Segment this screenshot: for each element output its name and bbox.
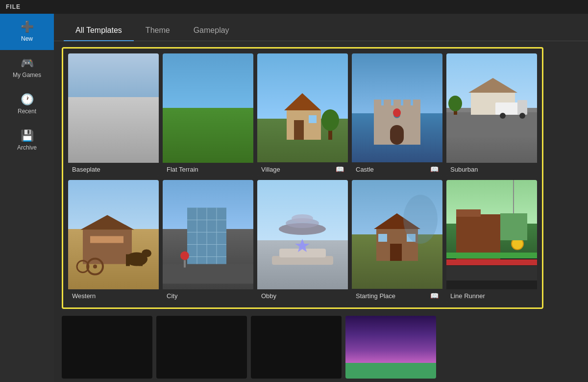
controller-icon: 🎮 [21,58,34,69]
svg-rect-2 [294,120,304,140]
template-label-baseplate: Baseplate [68,163,159,176]
templates-grid: Baseplate Flat Terrain [68,53,537,303]
file-label: FILE [6,3,21,10]
template-label-flat-terrain: Flat Terrain [163,163,253,176]
svg-point-49 [292,214,313,222]
template-card-western[interactable]: Western [68,180,159,303]
template-label-suburban: Suburban [446,163,537,176]
template-label-line-runner: Line Runner [446,289,537,303]
template-label-obby: Obby [257,289,348,303]
svg-rect-61 [446,266,537,280]
template-label-castle: Castle 📖 [352,162,442,176]
svg-point-20 [500,113,506,119]
template-card-castle[interactable]: Castle 📖 [352,53,442,176]
book-icon-starting-place: 📖 [430,292,439,300]
template-label-starting-place: Starting Place 📖 [352,289,442,303]
template-card-line-runner[interactable]: Line Runner [446,180,537,303]
bottom-card-4[interactable] [345,316,436,379]
svg-rect-11 [413,100,420,106]
sidebar: ➕ New 🎮 My Games 🕐 Recent 💾 Archive [0,14,54,382]
template-card-starting-place[interactable]: Starting Place 📖 [352,180,442,303]
template-thumb-starting-place [352,180,442,289]
svg-rect-19 [517,100,527,115]
sidebar-item-my-games[interactable]: 🎮 My Games [0,50,54,86]
tab-all-templates[interactable]: All Templates [64,20,134,41]
sidebar-label-new: New [21,35,33,42]
template-thumb-city [163,180,253,289]
template-thumb-flat-terrain [163,53,253,163]
svg-rect-54 [378,234,387,242]
tabs-bar: All Templates Theme Gameplay [54,14,588,41]
svg-rect-9 [393,100,401,106]
bottom-card-spacer [440,316,588,382]
template-thumb-suburban [446,53,537,163]
plus-icon: ➕ [21,22,34,32]
svg-rect-3 [309,115,317,123]
tab-gameplay[interactable]: Gameplay [182,20,241,41]
svg-point-56 [403,195,438,244]
highlighted-grid: Baseplate Flat Terrain [62,47,543,309]
main-layout: ➕ New 🎮 My Games 🕐 Recent 💾 Archive All … [0,14,588,382]
template-thumb-obby [257,180,348,289]
svg-point-23 [448,96,462,111]
bottom-card-2[interactable] [156,316,247,379]
template-card-flat-terrain[interactable]: Flat Terrain [163,53,253,176]
svg-marker-25 [80,215,134,230]
sidebar-item-archive[interactable]: 💾 Archive [0,123,54,159]
svg-rect-60 [446,259,537,265]
svg-point-5 [321,109,339,131]
tab-theme[interactable]: Theme [134,20,182,41]
svg-point-43 [180,252,189,260]
svg-rect-32 [139,255,143,266]
svg-rect-24 [83,230,132,264]
template-thumb-western [68,180,159,289]
svg-rect-8 [384,100,391,106]
book-icon-castle: 📖 [430,165,439,173]
svg-rect-31 [126,255,130,266]
template-thumb-village [257,53,348,162]
template-card-city[interactable]: City [163,180,253,303]
archive-icon: 💾 [21,130,34,141]
svg-point-14 [393,108,401,117]
book-icon-village: 📖 [336,165,344,173]
template-label-city: City [163,289,253,303]
template-card-baseplate[interactable]: Baseplate [68,53,159,176]
svg-point-33 [142,250,151,257]
template-thumb-line-runner [446,180,537,289]
bottom-card-3[interactable] [251,316,342,379]
svg-rect-46 [279,249,326,257]
svg-rect-42 [163,264,253,284]
svg-marker-1 [284,93,321,110]
bottom-card-1[interactable] [62,316,152,379]
sidebar-item-recent[interactable]: 🕐 Recent [0,86,54,123]
svg-point-28 [93,265,97,269]
svg-rect-12 [390,125,404,145]
svg-point-21 [519,113,525,119]
templates-area: Baseplate Flat Terrain [54,41,588,382]
sidebar-item-new[interactable]: ➕ New [0,14,54,50]
sidebar-label-recent: Recent [18,108,36,115]
svg-marker-17 [468,78,517,93]
file-bar: FILE [0,0,588,14]
clock-icon: 🕐 [21,94,34,105]
svg-rect-7 [374,100,381,106]
svg-rect-26 [90,236,123,243]
template-card-suburban[interactable]: Suburban [446,53,537,176]
template-label-village: Village 📖 [257,162,348,176]
svg-rect-58 [456,209,481,217]
template-label-western: Western [68,289,159,303]
content-area: All Templates Theme Gameplay [54,14,588,382]
sidebar-label-my-games: My Games [13,72,41,78]
template-thumb-baseplate [68,53,159,163]
svg-rect-63 [500,213,527,240]
template-card-obby[interactable]: Obby [257,180,348,303]
bottom-row [62,316,588,382]
svg-rect-10 [403,100,411,106]
svg-rect-44 [184,260,186,268]
template-card-village[interactable]: Village 📖 [257,53,348,176]
svg-rect-53 [390,244,402,261]
sidebar-label-archive: Archive [17,144,37,151]
svg-rect-59 [446,253,537,258]
template-thumb-castle [352,53,442,162]
